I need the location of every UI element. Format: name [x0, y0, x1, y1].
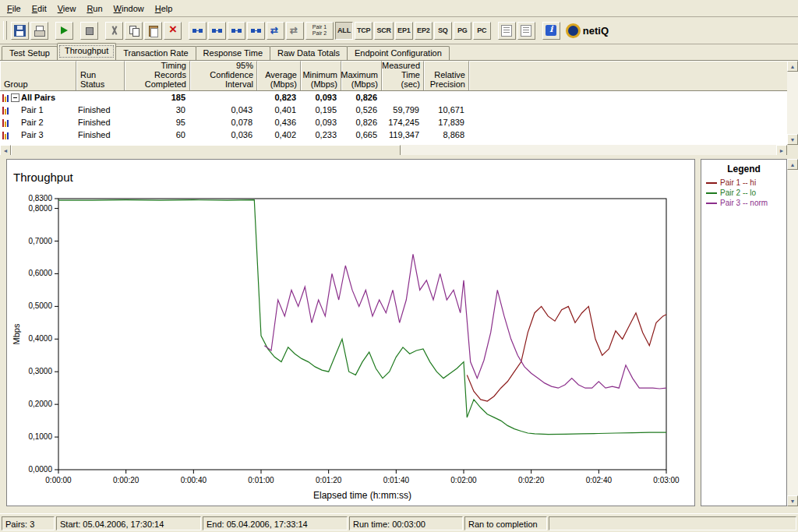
status-end: End: 05.04.2006, 17:33:14 — [203, 516, 348, 530]
scrollbar-track[interactable] — [401, 145, 776, 156]
filter-all-button-label: ALL — [336, 26, 352, 34]
menu-view[interactable]: View — [52, 2, 82, 15]
run-test-button[interactable] — [55, 22, 73, 40]
column-header-minimum[interactable]: Minimum (Mbps) — [301, 61, 341, 90]
report-options-button[interactable] — [517, 22, 535, 40]
group-label: Pair 2 — [21, 118, 44, 127]
swap-endpoints-button[interactable] — [267, 22, 284, 40]
collapse-icon[interactable] — [11, 93, 19, 102]
scrollbar-track[interactable] — [787, 170, 798, 495]
filter-pg-button[interactable]: PG — [454, 22, 471, 40]
toolbar-separator — [492, 21, 497, 40]
menu-file[interactable]: File — [2, 2, 26, 15]
filter-ep2-button[interactable]: EP2 — [415, 22, 433, 40]
filter-tcp-button-label: TCP — [355, 26, 372, 34]
cell-timing-records: 30 — [125, 105, 190, 115]
filter-pc-button[interactable]: PC — [473, 22, 491, 40]
filter-ep1-button[interactable]: EP1 — [395, 22, 413, 40]
pairs-icon — [2, 106, 9, 115]
paste-icon — [147, 25, 159, 37]
column-header-measured[interactable]: Measured Time (sec) — [382, 61, 424, 90]
menu-run[interactable]: Run — [81, 2, 108, 15]
legend-line-swatch — [706, 192, 717, 194]
group-cell: All Pairs — [0, 93, 76, 102]
pair-icon — [231, 25, 242, 37]
scroll-down-icon[interactable] — [787, 495, 798, 506]
table-row-pair-3[interactable]: Pair 3Finished600,0360,4020,2330,665119,… — [0, 129, 787, 141]
y-tick-label: 0,0000 — [28, 465, 52, 474]
report-view-button[interactable] — [498, 22, 516, 40]
scrollbar-thumb[interactable] — [11, 145, 401, 156]
chart-title: Throughput — [13, 171, 73, 184]
chart-vertical-scrollbar[interactable] — [787, 159, 798, 506]
table-row-pair-2[interactable]: Pair 2Finished950,0780,4360,0930,826174,… — [0, 116, 787, 129]
delete-button[interactable] — [164, 22, 182, 40]
filter-sq-button[interactable]: SQ — [434, 22, 452, 40]
toolbar-grip[interactable] — [3, 21, 7, 40]
legend-item-pair-2-lo: Pair 2 -- lo — [701, 188, 786, 198]
column-header-group[interactable]: Group — [0, 61, 76, 90]
add-pair-button[interactable] — [189, 22, 207, 40]
filter-all-button[interactable]: ALL — [335, 22, 353, 40]
column-header-maximum[interactable]: Maximum (Mbps) — [341, 61, 382, 90]
column-header-relative[interactable]: Relative Precision — [424, 61, 469, 90]
column-header-average[interactable]: Average (Mbps) — [257, 61, 301, 90]
filter-tcp-button[interactable]: TCP — [355, 22, 373, 40]
copy-button[interactable] — [125, 22, 143, 40]
scroll-up-icon[interactable] — [787, 61, 798, 72]
filter-scr-button[interactable]: SCR — [374, 22, 393, 40]
cell-average: 0,402 — [257, 130, 301, 139]
table-vertical-scrollbar[interactable] — [787, 61, 798, 145]
legend-item-pair-3-norm: Pair 3 -- norm — [701, 198, 786, 208]
scroll-down-icon[interactable] — [787, 134, 798, 145]
pairs-icon — [2, 118, 9, 127]
pair1-pair2-button[interactable]: Pair 1Pair 2 — [305, 22, 334, 40]
table-row-all-pairs[interactable]: All Pairs1850,8230,0930,826 — [0, 91, 787, 104]
pair-icon — [192, 25, 203, 37]
reverse-pair-button[interactable] — [286, 22, 304, 40]
legend-panel: Legend Pair 1 -- hiPair 2 -- loPair 3 --… — [701, 159, 787, 506]
tab-endpoint-configuration[interactable]: Endpoint Configuration — [347, 46, 450, 60]
run-icon — [58, 25, 70, 37]
scroll-right-icon[interactable] — [776, 145, 787, 156]
paste-button[interactable] — [144, 22, 162, 40]
scroll-up-icon[interactable] — [787, 159, 798, 170]
info-button[interactable] — [542, 22, 560, 40]
print-button[interactable] — [30, 22, 48, 40]
tab-transaction-rate[interactable]: Transaction Rate — [115, 46, 196, 60]
tab-throughput[interactable]: Throughput — [57, 43, 116, 60]
toolbar-separator — [536, 21, 542, 40]
status-run-time: Run time: 00:03:00 — [349, 516, 463, 530]
scroll-left-icon[interactable] — [0, 145, 11, 156]
menu-window[interactable]: Window — [108, 2, 150, 15]
swap-icon — [270, 25, 281, 37]
tab-response-time[interactable]: Response Time — [196, 46, 270, 60]
menu-help[interactable]: Help — [150, 2, 178, 15]
stop-test-button[interactable] — [80, 22, 98, 40]
table-row-pair-1[interactable]: Pair 1Finished300,0430,4010,1950,52659,7… — [0, 104, 787, 116]
cut-button[interactable] — [105, 22, 123, 40]
tab-test-setup[interactable]: Test Setup — [2, 46, 58, 60]
x-tick-label: 0:02:40 — [586, 476, 613, 484]
tab-raw-data-totals[interactable]: Raw Data Totals — [270, 46, 348, 60]
cell-minimum: 0,195 — [301, 105, 341, 115]
save-button[interactable] — [11, 22, 29, 40]
cell-timing-records: 60 — [125, 130, 190, 139]
edit-pair-button[interactable] — [228, 22, 245, 40]
table-horizontal-scrollbar[interactable] — [0, 145, 787, 156]
cell-relative: 8,868 — [424, 130, 469, 139]
x-tick-label: 0:00:20 — [113, 476, 139, 484]
replicate-pair-button[interactable] — [247, 22, 265, 40]
cell-average: 0,436 — [257, 118, 301, 127]
menu-bar: FileEditViewRunWindowHelp — [0, 0, 798, 17]
swap2-icon — [289, 25, 301, 37]
pair-1-label: Pair 1 — [312, 24, 327, 30]
column-header-95-confidence[interactable]: 95% Confidence Interval — [190, 61, 257, 90]
menu-edit[interactable]: Edit — [26, 2, 52, 15]
column-header-run-status[interactable]: Run Status — [76, 61, 125, 90]
scrollbar-track[interactable] — [787, 72, 798, 134]
x-tick-label: 0:03:00 — [653, 476, 680, 484]
column-header-timing-records[interactable]: Timing Records Completed — [125, 61, 190, 90]
y-tick-label: 0,2000 — [28, 400, 52, 408]
add-multicast-group-button[interactable] — [208, 22, 226, 40]
